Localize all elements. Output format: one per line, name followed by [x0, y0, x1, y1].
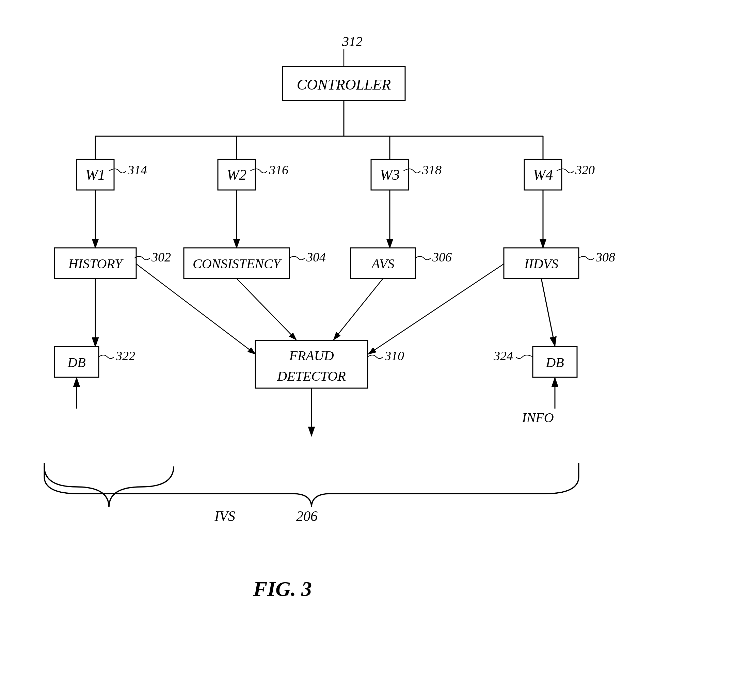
svg-text:HISTORY: HISTORY: [68, 256, 123, 271]
svg-text:DB: DB: [67, 355, 85, 370]
svg-text:316: 316: [269, 163, 288, 177]
svg-text:FRAUD: FRAUD: [289, 348, 334, 363]
svg-text:306: 306: [432, 250, 452, 264]
diagram-svg: 312 CONTROLLER W1 314 W2 316 W3 318: [0, 0, 735, 700]
svg-line-49: [334, 278, 383, 340]
svg-text:CONSISTENCY: CONSISTENCY: [193, 256, 282, 271]
svg-text:IVS: IVS: [214, 508, 235, 524]
svg-text:302: 302: [151, 250, 171, 264]
svg-line-54: [541, 278, 555, 346]
svg-text:304: 304: [306, 250, 326, 264]
svg-text:310: 310: [384, 349, 404, 363]
svg-text:AVS: AVS: [371, 256, 395, 271]
svg-text:314: 314: [127, 163, 147, 177]
svg-text:308: 308: [595, 250, 615, 264]
svg-text:INFO: INFO: [522, 410, 554, 425]
diagram: 312 CONTROLLER W1 314 W2 316 W3 318: [0, 0, 735, 700]
svg-text:W3: W3: [380, 166, 400, 183]
svg-text:IIDVS: IIDVS: [524, 256, 558, 271]
svg-text:312: 312: [342, 34, 363, 49]
svg-text:W4: W4: [533, 166, 553, 183]
svg-text:322: 322: [115, 349, 135, 363]
svg-text:FIG. 3: FIG. 3: [253, 577, 312, 600]
svg-text:324: 324: [493, 349, 513, 363]
svg-text:W2: W2: [227, 166, 247, 183]
svg-text:206: 206: [296, 508, 318, 524]
svg-text:CONTROLLER: CONTROLLER: [297, 76, 391, 93]
svg-text:DB: DB: [545, 355, 564, 370]
svg-line-48: [237, 278, 296, 340]
svg-text:320: 320: [575, 163, 595, 177]
svg-text:W1: W1: [85, 166, 106, 183]
svg-text:DETECTOR: DETECTOR: [277, 368, 346, 384]
svg-text:318: 318: [422, 163, 441, 177]
